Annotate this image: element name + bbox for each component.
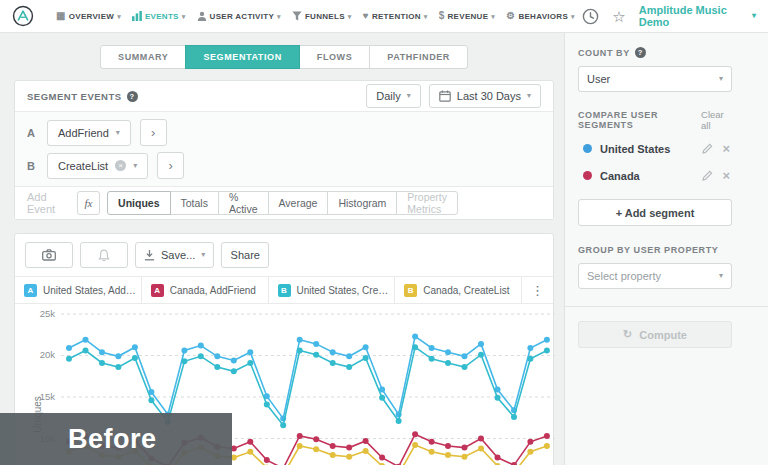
legend-tab-us-createlist[interactable]: B United States, Cre…	[269, 277, 396, 303]
label-text: GROUP BY USER PROPERTY	[578, 245, 718, 255]
segment-color-dot	[583, 171, 592, 180]
nav-item-behaviors[interactable]: ⚙ BEHAVIORS ▾	[506, 1, 575, 31]
chevron-down-icon: ▾	[116, 129, 120, 137]
segment-actions: ×	[702, 142, 730, 155]
group-by-select[interactable]: Select property ▾	[578, 263, 732, 289]
save-label: Save...	[161, 249, 195, 261]
date-range-dropdown[interactable]: Last 30 Days ▾	[429, 84, 541, 108]
group-by-placeholder: Select property	[587, 270, 661, 282]
count-by-select[interactable]: User ▾	[578, 66, 732, 92]
add-segment-button[interactable]: + Add segment	[578, 199, 732, 226]
edit-pencil-icon[interactable]	[702, 143, 713, 154]
metric-totals[interactable]: Totals	[170, 191, 219, 215]
project-selector[interactable]: Amplitude Music Demo ▾	[639, 4, 756, 28]
event-row-a: A AddFriend ▾ ›	[27, 116, 541, 149]
count-by-label: COUNT BY ?	[578, 47, 732, 58]
chevron-down-icon: ▾	[277, 13, 281, 20]
nav-item-funnels[interactable]: FUNNELS ▾	[292, 1, 352, 31]
metric-property-metrics[interactable]: Property Metrics	[396, 191, 458, 215]
snapshot-button[interactable]	[25, 242, 73, 268]
nav-item-user-activity[interactable]: USER ACTIVITY ▾	[197, 1, 281, 31]
event-expand-button[interactable]: ›	[157, 152, 184, 179]
share-button[interactable]: Share	[221, 242, 269, 268]
segment-events-body: A AddFriend ▾ › B CreateList × ▾	[15, 112, 553, 186]
chevron-down-icon: ▾	[571, 13, 575, 20]
chevron-down-icon: ▾	[491, 13, 495, 20]
chevron-down-icon: ▾	[117, 13, 121, 20]
legend-label: United States, Cre…	[297, 285, 389, 296]
series-color-swatch: A	[151, 284, 164, 297]
chevron-down-icon: ▾	[719, 272, 723, 280]
chevron-down-icon: ▾	[133, 162, 137, 170]
nav-label: EVENTS	[145, 12, 179, 21]
group-by-label: GROUP BY USER PROPERTY	[578, 245, 732, 255]
favorites-star-icon[interactable]: ☆	[612, 9, 625, 24]
remove-segment-icon[interactable]: ×	[722, 142, 730, 155]
series-color-swatch: B	[278, 284, 291, 297]
nav-item-events[interactable]: EVENTS ▾	[132, 1, 186, 31]
amplitude-dashboard: ▦ OVERVIEW ▾ EVENTS ▾ USER ACTIVITY ▾	[0, 0, 768, 465]
tab-flows[interactable]: FLOWS	[299, 45, 371, 69]
legend-label: Canada, CreateList	[423, 285, 509, 296]
tab-pathfinder[interactable]: PATHFINDER	[369, 45, 468, 69]
clear-all-link[interactable]: Clear all	[701, 109, 732, 131]
help-icon[interactable]: ?	[127, 91, 138, 102]
help-icon[interactable]: ?	[635, 47, 646, 58]
funnel-icon	[292, 11, 302, 21]
legend-tab-canada-createlist[interactable]: B Canada, CreateList	[395, 277, 522, 303]
chevron-down-icon: ▾	[752, 12, 756, 20]
edit-pencil-icon[interactable]	[702, 170, 713, 181]
metric-percent-active[interactable]: % Active	[218, 191, 269, 215]
chevron-down-icon: ▾	[407, 92, 411, 100]
formula-button[interactable]: fx	[77, 191, 100, 215]
alerts-button[interactable]	[80, 242, 128, 268]
notifications-bell-icon	[98, 249, 110, 262]
before-label: Before	[68, 424, 157, 455]
label-text: COMPARE USER SEGMENTS	[578, 110, 701, 130]
user-icon	[197, 11, 207, 21]
event-expand-button[interactable]: ›	[140, 119, 167, 146]
metric-histogram[interactable]: Histogram	[327, 191, 397, 215]
calendar-icon	[439, 90, 451, 102]
save-button[interactable]: Save... ▾	[135, 242, 214, 268]
amplitude-logo-icon[interactable]	[12, 5, 34, 27]
download-icon	[144, 249, 155, 261]
nav-label: USER ACTIVITY	[210, 12, 275, 21]
segment-actions: ×	[702, 169, 730, 182]
nav-item-overview[interactable]: ▦ OVERVIEW ▾	[56, 1, 121, 31]
nav-label: OVERVIEW	[69, 12, 114, 21]
remove-event-icon[interactable]: ×	[115, 160, 126, 171]
y-tick: 20k	[15, 349, 55, 360]
nav-item-revenue[interactable]: $ REVENUE ▾	[439, 1, 495, 31]
metric-uniques[interactable]: Uniques	[107, 191, 170, 215]
chevron-down-icon: ▾	[201, 251, 205, 259]
compute-button[interactable]: ↻ Compute	[578, 321, 732, 348]
compute-label: Compute	[639, 329, 687, 341]
recent-clock-icon[interactable]	[582, 8, 599, 25]
refresh-icon: ↻	[623, 328, 632, 341]
tab-summary[interactable]: SUMMARY	[100, 45, 186, 69]
nav-item-retention[interactable]: ♥ RETENTION ▾	[363, 1, 428, 31]
share-label: Share	[231, 249, 260, 261]
sidebar-divider	[565, 306, 768, 307]
interval-value: Daily	[376, 90, 400, 102]
segment-row-united-states[interactable]: United States ×	[578, 135, 732, 162]
add-event-button[interactable]: Add Event	[27, 191, 70, 215]
event-dropdown-createlist[interactable]: CreateList × ▾	[47, 153, 148, 179]
project-name: Amplitude Music Demo	[639, 4, 747, 28]
event-name: CreateList	[58, 160, 108, 172]
interval-dropdown[interactable]: Daily ▾	[366, 84, 420, 108]
event-dropdown-addfriend[interactable]: AddFriend ▾	[47, 120, 131, 146]
legend-label: Canada, AddFriend	[170, 285, 256, 296]
segment-name: United States	[600, 143, 670, 155]
legend-kebab-menu-icon[interactable]: ⋮	[522, 277, 553, 303]
segment-events-header: SEGMENT EVENTS ? Daily ▾ Last 30 Days	[15, 81, 553, 112]
tab-segmentation[interactable]: SEGMENTATION	[185, 45, 299, 69]
legend-tab-canada-addfriend[interactable]: A Canada, AddFriend	[142, 277, 269, 303]
legend-tab-us-addfriend[interactable]: A United States, Add…	[15, 277, 142, 303]
metric-average[interactable]: Average	[268, 191, 329, 215]
heart-icon: ♥	[363, 11, 369, 21]
remove-segment-icon[interactable]: ×	[722, 169, 730, 182]
before-annotation-overlay: Before	[0, 413, 232, 465]
segment-row-canada[interactable]: Canada ×	[578, 162, 732, 189]
